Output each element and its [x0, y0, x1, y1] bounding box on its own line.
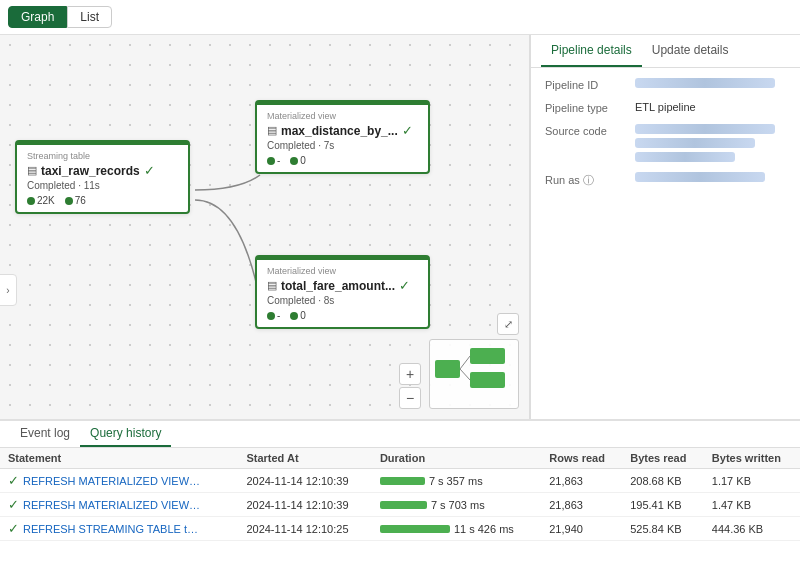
mat-view1-node[interactable]: Materialized view ▤ max_distance_by_... …	[255, 100, 430, 174]
row-rows-read: 21,863	[541, 493, 622, 517]
query-history-tab[interactable]: Query history	[80, 421, 171, 447]
col-statement: Statement	[0, 448, 238, 469]
mini-map	[429, 339, 519, 409]
row-duration: 7 s 703 ms	[372, 493, 541, 517]
expand-btn[interactable]: ⤢	[497, 313, 519, 335]
mat-view2-name: total_fare_amount...	[281, 279, 395, 293]
duration-bar: 11 s 426 ms	[380, 523, 514, 535]
duration-fill	[380, 501, 427, 509]
table-container: Statement Started At Duration Rows read …	[0, 448, 800, 578]
run-as-value	[635, 172, 786, 182]
col-started-at: Started At	[238, 448, 371, 469]
stat-dot-2	[65, 197, 73, 205]
row-duration: 7 s 357 ms	[372, 469, 541, 493]
row-statement-link[interactable]: REFRESH MATERIALIZED VIEW max_di...	[23, 475, 203, 487]
table-icon: ▤	[27, 164, 37, 177]
graph-tab-btn[interactable]: Graph	[8, 6, 67, 28]
streaming-table-check: ✓	[144, 163, 155, 178]
table-body: ✓REFRESH MATERIALIZED VIEW max_di...2024…	[0, 469, 800, 541]
row-statement-link[interactable]: REFRESH STREAMING TABLE taxi_raw...	[23, 523, 203, 535]
run-as-info-icon[interactable]: ⓘ	[583, 174, 594, 186]
zoom-in-btn[interactable]: +	[399, 363, 421, 385]
zoom-controls: + −	[399, 363, 421, 409]
top-bar: Graph List	[0, 0, 800, 35]
mat-view1-stat2: 0	[290, 155, 306, 166]
table-row: ✓REFRESH MATERIALIZED VIEW total_fa...20…	[0, 493, 800, 517]
row-duration: 11 s 426 ms	[372, 517, 541, 541]
zoom-out-btn[interactable]: −	[399, 387, 421, 409]
mat-view2-stat2: 0	[290, 310, 306, 321]
streaming-table-title-row: ▤ taxi_raw_records ✓	[27, 163, 178, 178]
row-status-check: ✓	[8, 497, 19, 512]
row-status-cell: ✓REFRESH STREAMING TABLE taxi_raw...	[0, 517, 238, 541]
svg-line-3	[460, 356, 470, 369]
query-table: Statement Started At Duration Rows read …	[0, 448, 800, 541]
mat-view2-title-row: ▤ total_fare_amount... ✓	[267, 278, 418, 293]
main-layout: Streaming table ▤ taxi_raw_records ✓ Com…	[0, 35, 800, 419]
table-row: ✓REFRESH MATERIALIZED VIEW max_di...2024…	[0, 469, 800, 493]
col-rows-read: Rows read	[541, 448, 622, 469]
col-bytes-read: Bytes read	[622, 448, 704, 469]
details-tabs: Pipeline details Update details	[531, 35, 800, 68]
duration-fill	[380, 525, 450, 533]
mat-view2-dot1	[267, 312, 275, 320]
table-row: ✓REFRESH STREAMING TABLE taxi_raw...2024…	[0, 517, 800, 541]
svg-rect-1	[470, 348, 505, 364]
row-statement-link[interactable]: REFRESH MATERIALIZED VIEW total_fa...	[23, 499, 203, 511]
mat-view1-dot1	[267, 157, 275, 165]
details-content: Pipeline ID Pipeline type ETL pipeline S…	[531, 68, 800, 208]
mat-view2-stat1: -	[267, 310, 280, 321]
streaming-stat2: 76	[65, 195, 86, 206]
row-bytes-written: 444.36 KB	[704, 517, 800, 541]
pipeline-id-label: Pipeline ID	[545, 78, 635, 91]
stat-dot-1	[27, 197, 35, 205]
mat-view1-dot2	[290, 157, 298, 165]
mat-view2-label: Materialized view	[267, 266, 418, 276]
streaming-table-stats: 22K 76	[27, 195, 178, 206]
svg-rect-2	[470, 372, 505, 388]
mat-view1-icon: ▤	[267, 124, 277, 137]
mat-view2-stats: - 0	[267, 310, 418, 321]
row-bytes-written: 1.17 KB	[704, 469, 800, 493]
update-details-tab[interactable]: Update details	[642, 35, 739, 67]
streaming-table-node[interactable]: Streaming table ▤ taxi_raw_records ✓ Com…	[15, 140, 190, 214]
row-bytes-written: 1.47 KB	[704, 493, 800, 517]
streaming-table-status: Completed · 11s	[27, 180, 178, 191]
mat-view1-name: max_distance_by_...	[281, 124, 398, 138]
row-started-at: 2024-11-14 12:10:39	[238, 469, 371, 493]
row-status-check: ✓	[8, 473, 19, 488]
pipeline-id-row: Pipeline ID	[545, 78, 786, 91]
table-header: Statement Started At Duration Rows read …	[0, 448, 800, 469]
list-tab-btn[interactable]: List	[67, 6, 112, 28]
streaming-table-label: Streaming table	[27, 151, 178, 161]
row-rows-read: 21,940	[541, 517, 622, 541]
duration-fill	[380, 477, 425, 485]
source-code-value	[635, 124, 786, 162]
mat-view1-stats: - 0	[267, 155, 418, 166]
mat-view2-check: ✓	[399, 278, 410, 293]
mat-view1-stat1: -	[267, 155, 280, 166]
mat-view1-title-row: ▤ max_distance_by_... ✓	[267, 123, 418, 138]
row-bytes-read: 525.84 KB	[622, 517, 704, 541]
row-status-check: ✓	[8, 521, 19, 536]
mat-view1-status: Completed · 7s	[267, 140, 418, 151]
row-bytes-read: 195.41 KB	[622, 493, 704, 517]
pipeline-type-row: Pipeline type ETL pipeline	[545, 101, 786, 114]
source-code-row: Source code	[545, 124, 786, 162]
pipeline-details-tab[interactable]: Pipeline details	[541, 35, 642, 67]
source-code-label: Source code	[545, 124, 635, 137]
svg-rect-0	[435, 360, 460, 378]
mini-map-svg	[430, 340, 519, 409]
event-log-tab[interactable]: Event log	[10, 421, 80, 447]
mat-view1-label: Materialized view	[267, 111, 418, 121]
mat-view2-icon: ▤	[267, 279, 277, 292]
row-status-cell: ✓REFRESH MATERIALIZED VIEW total_fa...	[0, 493, 238, 517]
col-bytes-written: Bytes written	[704, 448, 800, 469]
graph-area: Streaming table ▤ taxi_raw_records ✓ Com…	[0, 35, 530, 419]
mat-view2-node[interactable]: Materialized view ▤ total_fare_amount...…	[255, 255, 430, 329]
bottom-panel: Event log Query history Statement Starte…	[0, 419, 800, 579]
run-as-row: Run as ⓘ	[545, 172, 786, 188]
mat-view2-status: Completed · 8s	[267, 295, 418, 306]
mat-view2-dot2	[290, 312, 298, 320]
row-rows-read: 21,863	[541, 469, 622, 493]
